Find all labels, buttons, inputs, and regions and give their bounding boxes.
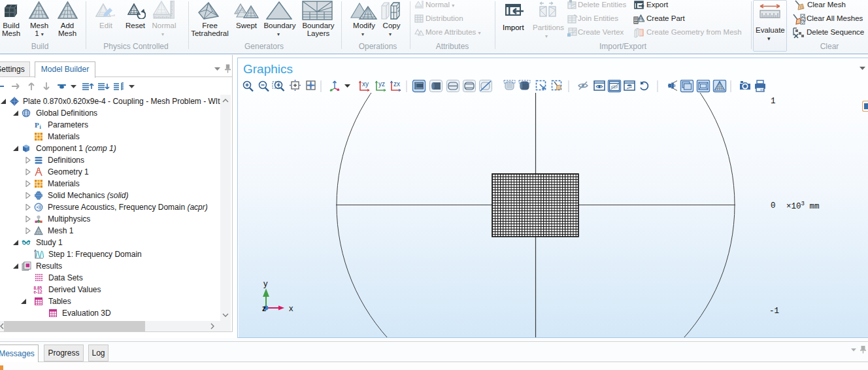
svg-text:yz: yz bbox=[378, 80, 385, 88]
svg-text:zx: zx bbox=[393, 80, 400, 88]
svg-text:e-12: e-12 bbox=[34, 290, 42, 294]
svg-text:z: z bbox=[262, 304, 266, 313]
svg-text:xy: xy bbox=[362, 80, 369, 88]
svg-text:x: x bbox=[289, 303, 293, 313]
svg-text:P: P bbox=[35, 121, 39, 129]
svg-text:i: i bbox=[40, 124, 42, 129]
svg-text:y: y bbox=[263, 278, 268, 288]
